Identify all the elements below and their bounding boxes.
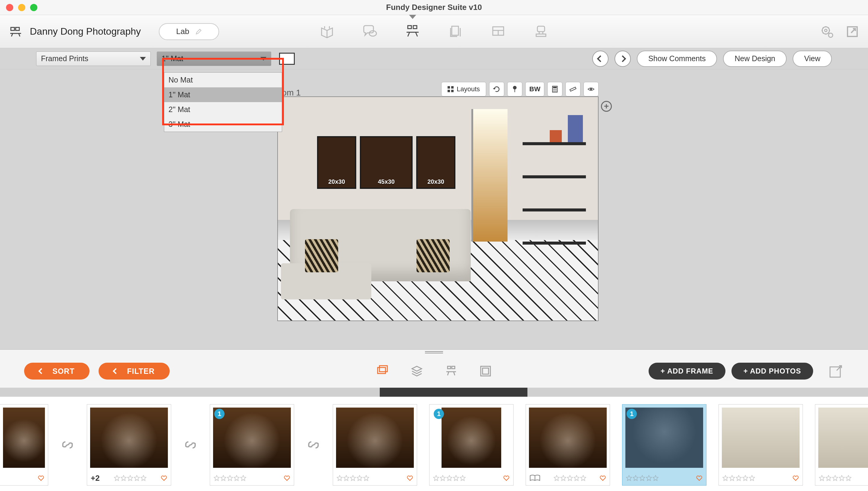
open-external-icon[interactable] (846, 25, 859, 38)
lab-button[interactable]: Lab (159, 23, 219, 40)
svg-rect-5 (452, 26, 458, 35)
canvas-toolbar: Layouts BW (441, 82, 598, 96)
panel-toolbar: SORT FILTER + ADD FRAME + ADD PHOTOS (0, 354, 868, 388)
svg-rect-26 (482, 368, 488, 374)
svg-rect-19 (570, 87, 576, 91)
top-right-icons (820, 25, 859, 38)
pin-icon (511, 86, 519, 93)
aspect-ratio-button[interactable] (279, 53, 295, 65)
panel-drag-handle[interactable] (0, 350, 868, 354)
filmstrip: +2 1 (0, 397, 868, 491)
lab-button-label: Lab (176, 27, 189, 36)
new-design-button[interactable]: New Design (723, 51, 787, 67)
pin-button[interactable] (507, 82, 522, 96)
refresh-button[interactable] (489, 82, 504, 96)
export-icon[interactable] (828, 363, 844, 379)
svg-rect-21 (377, 368, 386, 374)
cards-mode-icon[interactable] (448, 24, 463, 39)
heart-icon[interactable] (284, 475, 290, 481)
svg-point-17 (555, 91, 556, 92)
minimize-window-button[interactable] (18, 4, 25, 11)
star-rating[interactable] (554, 475, 586, 481)
mat-dropdown[interactable]: 1'' Mat (157, 52, 271, 66)
add-frame-button[interactable]: + ADD FRAME (649, 363, 725, 379)
svg-rect-0 (11, 27, 15, 30)
product-type-dropdown[interactable]: Framed Prints (36, 52, 151, 66)
album-mode-icon[interactable] (319, 24, 335, 39)
star-rating[interactable] (722, 475, 755, 481)
view-button[interactable]: View (793, 51, 832, 67)
layouts-mode-icon[interactable] (491, 24, 506, 39)
add-photos-button[interactable]: + ADD PHOTOS (731, 363, 813, 379)
active-tab-indicator[interactable] (380, 388, 527, 397)
thumbnail-0[interactable] (0, 404, 48, 486)
mat-option-1-mat[interactable]: 1'' Mat (164, 87, 282, 102)
close-window-button[interactable] (6, 4, 13, 11)
stamp-mode-icon[interactable] (533, 24, 549, 39)
svg-rect-4 (413, 26, 417, 29)
show-comments-button[interactable]: Show Comments (637, 51, 717, 67)
heart-icon[interactable] (503, 475, 510, 481)
star-rating[interactable] (433, 475, 466, 481)
gear-share-icon[interactable] (820, 25, 834, 38)
mat-option-2-mat[interactable]: 2'' Mat (164, 102, 282, 117)
mat-option-no-mat[interactable]: No Mat (164, 73, 282, 87)
heart-icon[interactable] (792, 475, 799, 481)
svg-rect-1 (16, 27, 19, 30)
filter-button[interactable]: FILTER (99, 363, 170, 379)
app-icon (9, 25, 22, 38)
star-rating[interactable] (626, 475, 659, 481)
wall-art-triptych[interactable]: 20x30 45x30 20x30 (317, 136, 455, 189)
chat-mode-icon[interactable] (362, 24, 377, 39)
grid-icon (448, 86, 454, 92)
heart-icon[interactable] (696, 475, 703, 481)
album-icon (530, 474, 540, 482)
svg-point-20 (590, 88, 592, 90)
thumbnail-5[interactable] (526, 404, 610, 486)
star-rating[interactable] (337, 475, 369, 481)
room-preview[interactable]: 20x30 45x30 20x30 (277, 96, 598, 321)
svg-point-2 (369, 31, 376, 36)
thumbnail-1[interactable]: +2 (87, 404, 171, 486)
heart-icon[interactable] (599, 475, 606, 481)
thumbnail-6-selected[interactable]: 1 (622, 404, 706, 486)
heart-icon[interactable] (407, 475, 413, 481)
thumbnail-7[interactable] (719, 404, 803, 486)
star-rating[interactable] (214, 475, 246, 481)
thumbnail-3[interactable] (333, 404, 417, 486)
eye-icon (587, 86, 595, 93)
product-type-value: Framed Prints (41, 54, 88, 63)
preview-button[interactable] (584, 82, 598, 96)
zoom-window-button[interactable] (30, 4, 37, 11)
thumbnail-2[interactable]: 1 (210, 404, 294, 486)
bw-button[interactable]: BW (525, 82, 544, 96)
calculator-button[interactable] (547, 82, 562, 96)
star-rating[interactable] (819, 475, 851, 481)
panel-view-icons (376, 365, 492, 378)
thumbnail-4[interactable]: 1 (429, 404, 513, 486)
usage-badge: 1 (434, 409, 444, 419)
heart-icon[interactable] (161, 475, 167, 481)
add-button[interactable]: + (601, 101, 612, 112)
mat-option-3-mat[interactable]: 3'' Mat (164, 117, 282, 132)
rooms-view-icon[interactable] (445, 365, 458, 378)
usage-badge: 1 (214, 409, 225, 419)
star-rating[interactable] (114, 475, 146, 481)
svg-point-14 (555, 89, 556, 90)
svg-point-9 (829, 33, 833, 37)
svg-rect-12 (553, 87, 557, 88)
heart-icon[interactable] (38, 475, 44, 481)
chevron-left-icon (113, 368, 119, 374)
next-design-button[interactable] (615, 51, 631, 67)
layers-view-icon[interactable] (410, 365, 423, 378)
thumbnail-8[interactable] (815, 404, 868, 486)
layouts-button[interactable]: Layouts (441, 82, 486, 96)
frames-view-icon[interactable] (479, 365, 492, 378)
prev-design-button[interactable] (592, 51, 609, 67)
wall-art-mode-icon[interactable] (405, 24, 420, 39)
sort-button[interactable]: SORT (24, 363, 89, 379)
ruler-button[interactable] (565, 82, 581, 96)
photos-view-icon[interactable] (376, 365, 389, 378)
plus-count: +2 (91, 473, 100, 483)
sub-toolbar: Framed Prints 1'' Mat Show Comments New … (0, 48, 868, 69)
